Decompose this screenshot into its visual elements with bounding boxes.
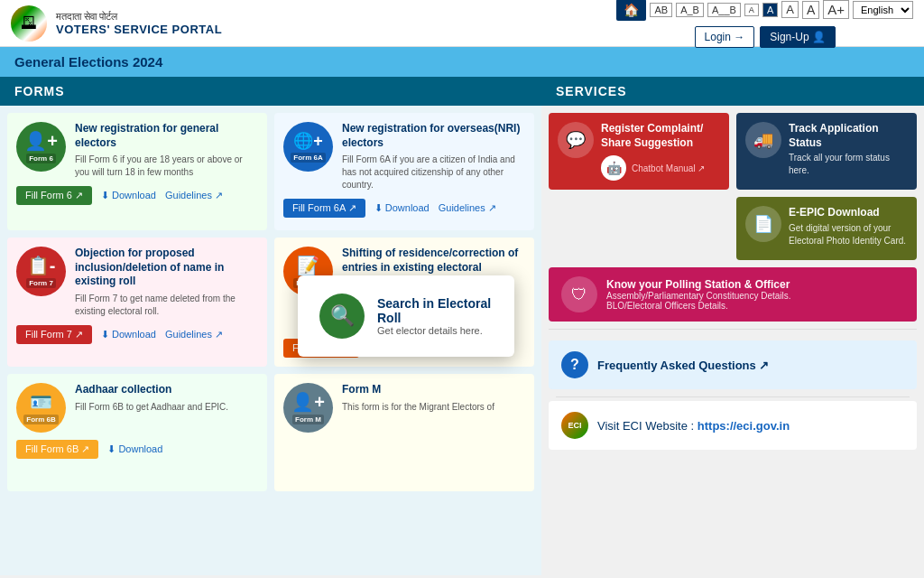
form6a-title: New registration for overseas(NRI) elect…	[342, 122, 525, 150]
search-electoral-card[interactable]: 🔍 Search in Electoral Roll Get elector d…	[298, 275, 514, 357]
form6a-inner: 🌐+ Form 6A New registration for overseas…	[283, 122, 525, 191]
form7-title: Objection for proposed inclusion/deletio…	[75, 247, 258, 289]
form6b-download-link[interactable]: ⬇ Download	[107, 443, 162, 455]
formm-content: Form M This form is for the Migrant Elec…	[342, 383, 525, 433]
main-content: FORMS 👤+ Form 6 New registration for gen…	[0, 77, 924, 575]
form6a-desc: Fill Form 6A if you are a citizen of Ind…	[342, 154, 525, 191]
header-top-row: 🏠 AB A_B A__B A A A A A+ English हिंदी	[616, 0, 913, 21]
polling-title: Know your Polling Station & Officer	[606, 278, 791, 291]
form6-icon-wrap: 👤+ Form 6	[16, 122, 66, 179]
form6b-content: Aadhaar collection Fill Form 6B to get A…	[75, 383, 258, 433]
form6-badge: 👤+ Form 6	[16, 122, 66, 172]
form7-download-link[interactable]: ⬇ Download	[101, 329, 156, 340]
form7-badge-label: Form 7	[26, 278, 56, 288]
font-larger-button[interactable]: A	[802, 1, 819, 19]
faq-text: Frequently Asked Questions ↗	[597, 359, 769, 372]
portal-title-hindi: मतदाता सेवा पोर्टल	[56, 11, 222, 23]
chatbot-manual-link[interactable]: Chatbot Manual ↗	[632, 163, 705, 173]
form6-card: 👤+ Form 6 New registration for general e…	[7, 113, 267, 230]
search-electoral-title: Search in Electoral Roll	[377, 296, 493, 325]
search-electoral-subtitle: Get elector details here.	[377, 325, 493, 336]
header-left: 🗳 मतदाता सेवा पोर्टल VOTERS' SERVICE POR…	[11, 5, 222, 42]
track-card[interactable]: 🚚 Track Application Status Track all you…	[736, 113, 917, 190]
complaint-title: Register Complaint/ Share Suggestion	[601, 122, 720, 150]
form6b-badge: 🪪 Form 6B	[16, 383, 66, 433]
polling-icon: 🛡	[561, 276, 597, 312]
banner: General Elections 2024	[0, 47, 924, 77]
form6-content: New registration for general electors Fi…	[75, 122, 258, 179]
fill-form6b-button[interactable]: Fill Form 6B ↗	[16, 440, 98, 459]
header: 🗳 मतदाता सेवा पोर्टल VOTERS' SERVICE POR…	[0, 0, 924, 47]
faq-icon: ?	[561, 351, 588, 378]
form6a-guidelines-link[interactable]: Guidelines ↗	[439, 202, 496, 214]
track-icon: 🚚	[745, 122, 781, 158]
font-medium-button[interactable]: A	[762, 3, 778, 17]
form7-guidelines-link[interactable]: Guidelines ↗	[165, 329, 223, 340]
formm-title: Form M	[342, 383, 525, 397]
eci-icon: ECI	[561, 412, 588, 439]
form6b-inner: 🪪 Form 6B Aadhaar collection Fill Form 6…	[16, 383, 258, 433]
font-a--b-button[interactable]: A__B	[707, 3, 741, 17]
track-desc: Track all your form status here.	[789, 152, 908, 177]
fill-form6-button[interactable]: Fill Form 6 ↗	[16, 186, 92, 205]
epic-content: E-EPIC Download Get digital version of y…	[789, 206, 908, 247]
form6a-card: 🌐+ Form 6A New registration for overseas…	[274, 113, 534, 230]
eci-card[interactable]: ECI Visit ECI Website : https://eci.gov.…	[549, 401, 917, 450]
fill-form6a-button[interactable]: Fill Form 6A ↗	[283, 199, 365, 218]
form7-icon-wrap: 📋- Form 7	[16, 247, 66, 318]
eci-text: Visit ECI Website : https://eci.gov.in	[597, 419, 790, 433]
form6-badge-label: Form 6	[26, 154, 56, 163]
form7-card: 📋- Form 7 Objection for proposed inclusi…	[7, 238, 267, 367]
form6a-icon-wrap: 🌐+ Form 6A	[283, 122, 333, 191]
form7-inner: 📋- Form 7 Objection for proposed inclusi…	[16, 247, 258, 318]
polling-desc1: Assembly/Parliamentary Constituency Deta…	[606, 291, 791, 301]
fill-form7-button[interactable]: Fill Form 7 ↗	[16, 325, 92, 344]
epic-title: E-EPIC Download	[789, 206, 908, 220]
font-ab-button[interactable]: AB	[650, 3, 672, 17]
form6a-download-link[interactable]: ⬇ Download	[374, 202, 430, 214]
form6b-badge-label: Form 6B	[23, 415, 58, 424]
services-panel-header: SERVICES	[541, 77, 924, 106]
track-title: Track Application Status	[789, 122, 908, 150]
form6-guidelines-link[interactable]: Guidelines ↗	[165, 190, 223, 201]
signup-button[interactable]: Sign-Up 👤	[760, 26, 836, 48]
form7-badge: 📋- Form 7	[16, 247, 66, 296]
polling-station-card[interactable]: 🛡 Know your Polling Station & Officer As…	[549, 267, 917, 322]
form6b-actions: Fill Form 6B ↗ ⬇ Download	[16, 440, 258, 459]
formm-inner: 👤+ Form M Form M This form is for the Mi…	[283, 383, 525, 433]
language-select[interactable]: English हिंदी	[853, 1, 913, 19]
forms-panel-header: FORMS	[0, 77, 541, 106]
login-button[interactable]: Login →	[695, 26, 755, 48]
track-content: Track Application Status Track all your …	[789, 122, 908, 177]
form6b-icon-wrap: 🪪 Form 6B	[16, 383, 66, 433]
epic-card[interactable]: 📄 E-EPIC Download Get digital version of…	[736, 197, 917, 260]
formm-badge: 👤+ Form M	[283, 383, 333, 433]
header-btn-row: Login → Sign-Up 👤	[695, 26, 836, 48]
form6b-desc: Fill Form 6B to get Aadhaar and EPIC.	[75, 401, 258, 414]
services-panel: SERVICES 💬 Register Complaint/ Share Sug…	[541, 77, 924, 575]
eci-link[interactable]: https://eci.gov.in	[698, 419, 790, 433]
polling-desc2: BLO/Electoral Officers Details.	[606, 301, 791, 311]
formm-icon-wrap: 👤+ Form M	[283, 383, 333, 433]
logo-icon: 🗳	[11, 5, 47, 42]
service-divider-1	[549, 329, 917, 330]
faq-card[interactable]: ? Frequently Asked Questions ↗	[549, 340, 917, 389]
formm-badge-label: Form M	[292, 415, 324, 424]
form6-download-link[interactable]: ⬇ Download	[101, 190, 156, 201]
portal-title: मतदाता सेवा पोर्टल VOTERS' SERVICE PORTA…	[56, 11, 222, 36]
form7-actions: Fill Form 7 ↗ ⬇ Download Guidelines ↗	[16, 325, 258, 344]
font-largest-button[interactable]: A+	[823, 0, 849, 19]
complaint-card[interactable]: 💬 Register Complaint/ Share Suggestion 🤖…	[549, 113, 729, 190]
search-electoral-text: Search in Electoral Roll Get elector det…	[377, 296, 493, 336]
complaint-icon: 💬	[558, 122, 594, 158]
formm-desc: This form is for the Migrant Electors of	[342, 401, 525, 414]
header-right: 🏠 AB A_B A__B A A A A A+ English हिंदी L…	[616, 0, 913, 48]
font-a-b-button[interactable]: A_B	[676, 3, 704, 17]
services-bottom: ? Frequently Asked Questions ↗ ECI Visit…	[541, 333, 924, 457]
complaint-content: Register Complaint/ Share Suggestion 🤖 C…	[601, 122, 720, 181]
font-large-button[interactable]: A	[781, 1, 799, 18]
home-button[interactable]: 🏠	[616, 0, 646, 21]
banner-text: General Elections 2024	[14, 54, 162, 70]
font-small-button[interactable]: A	[744, 4, 759, 16]
portal-title-english: VOTERS' SERVICE PORTAL	[56, 23, 222, 36]
